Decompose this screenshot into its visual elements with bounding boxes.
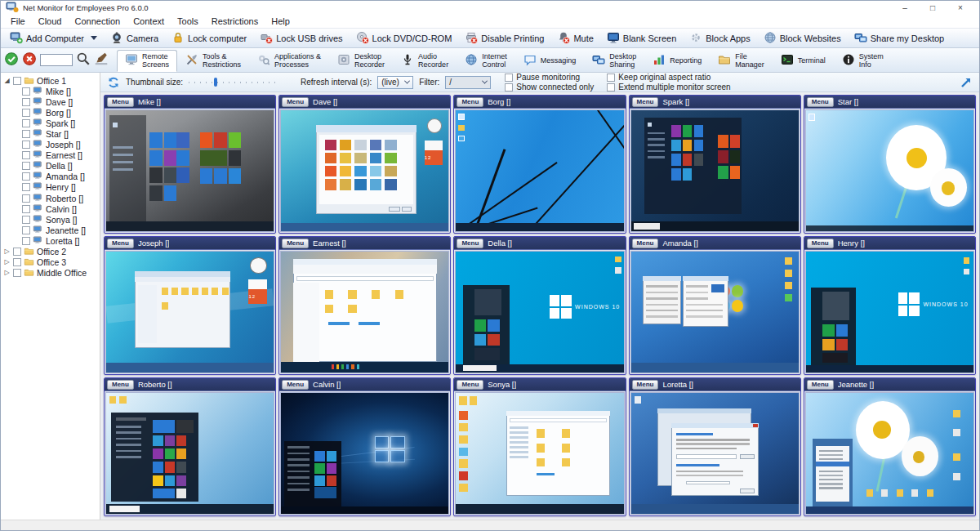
checkbox-box[interactable]: [607, 83, 615, 91]
toolbar-button-lock-dvd-cd-rom[interactable]: Lock DVD/CD-ROM: [350, 30, 459, 47]
checkbox-box[interactable]: [505, 74, 513, 82]
disconnect-button[interactable]: [22, 51, 37, 69]
tree-checkbox[interactable]: [22, 226, 30, 234]
toolbar-button-block-websites[interactable]: Block Websites: [757, 30, 848, 47]
tab-tools-restrictions[interactable]: Tools &Restrictions: [177, 50, 249, 72]
tree-checkbox[interactable]: [22, 205, 30, 213]
tile-menu-button[interactable]: Menu: [282, 97, 309, 107]
tree-checkbox[interactable]: [22, 141, 30, 149]
remote-screen-thumbnail[interactable]: WINDOWS 10: [455, 251, 624, 373]
tree-checkbox[interactable]: [22, 162, 30, 170]
tree-computer-calvin[interactable]: Calvin []: [1, 203, 100, 214]
toolbar-button-lock-computer[interactable]: Lock computer: [165, 30, 253, 47]
remote-screen-thumbnail[interactable]: [630, 251, 800, 373]
tile-menu-button[interactable]: Menu: [107, 380, 134, 390]
checkbox-extend-multiple-monitor-screen[interactable]: Extend multiple monitor screen: [607, 83, 730, 91]
search-input[interactable]: [40, 54, 73, 66]
expand-icon[interactable]: ▷: [3, 248, 11, 255]
remote-screen-thumbnail[interactable]: 12: [105, 251, 274, 373]
tree-checkbox[interactable]: [13, 258, 21, 266]
menu-item-context[interactable]: Context: [127, 16, 171, 26]
tab-desktop-recorder[interactable]: DesktopRecorder: [329, 50, 393, 72]
tab-audio-recorder[interactable]: AudioRecorder: [393, 50, 457, 72]
close-button[interactable]: ×: [947, 3, 974, 12]
annotate-button[interactable]: [94, 51, 109, 69]
collapse-icon[interactable]: ◢: [3, 78, 11, 84]
tree-computer-henry[interactable]: Henry []: [1, 182, 100, 193]
tree-checkbox[interactable]: [22, 183, 30, 191]
remote-screen-thumbnail[interactable]: [630, 392, 800, 515]
tree-checkbox[interactable]: [22, 130, 30, 138]
remote-screen-thumbnail[interactable]: [455, 392, 624, 515]
expand-view-icon[interactable]: [960, 76, 973, 89]
tree-computer-della[interactable]: Della []: [1, 161, 100, 172]
tab-terminal[interactable]: Terminal: [773, 50, 834, 72]
tree-checkbox[interactable]: [22, 237, 30, 245]
remote-screen-thumbnail[interactable]: [805, 109, 974, 232]
tree-checkbox[interactable]: [22, 98, 30, 106]
expand-icon[interactable]: ▷: [3, 259, 11, 266]
tree-group-office-3[interactable]: ▷Office 3: [1, 257, 100, 268]
remote-screen-thumbnail[interactable]: [280, 251, 449, 373]
tree-checkbox[interactable]: [22, 151, 30, 159]
tab-applications-processes[interactable]: Applications &Processes: [249, 50, 329, 72]
tree-checkbox[interactable]: [13, 269, 21, 277]
tile-menu-button[interactable]: Menu: [457, 380, 483, 390]
tab-system-info[interactable]: SystemInfo: [834, 50, 892, 72]
tree-checkbox[interactable]: [22, 172, 30, 181]
filter-select[interactable]: /: [445, 76, 491, 89]
thumbnail-size-slider[interactable]: [189, 77, 280, 87]
tree-computer-joseph[interactable]: Joseph []: [1, 140, 100, 150]
menu-item-help[interactable]: Help: [265, 16, 296, 26]
tree-checkbox[interactable]: [22, 87, 30, 96]
tile-menu-button[interactable]: Menu: [282, 380, 309, 390]
tile-menu-button[interactable]: Menu: [457, 97, 483, 107]
remote-screen-thumbnail[interactable]: [455, 109, 624, 232]
search-button[interactable]: [76, 51, 91, 69]
tile-menu-button[interactable]: Menu: [107, 97, 134, 107]
remote-screen-thumbnail[interactable]: [280, 392, 449, 515]
tab-desktop-sharing[interactable]: DesktopSharing: [584, 50, 644, 72]
checkbox-show-connected-only[interactable]: Show connected only: [505, 83, 594, 91]
checkbox-keep-original-aspect-ratio[interactable]: Keep original aspect ratio: [607, 73, 730, 82]
tree-computer-earnest[interactable]: Earnest []: [1, 150, 100, 161]
tree-checkbox[interactable]: [13, 77, 21, 85]
toolbar-button-block-apps[interactable]: Block Apps: [683, 30, 756, 47]
tile-menu-button[interactable]: Menu: [632, 380, 659, 390]
tree-checkbox[interactable]: [22, 216, 30, 224]
tab-internet-control[interactable]: InternetControl: [457, 50, 515, 72]
toolbar-button-disable-printing[interactable]: Disable Printing: [458, 30, 550, 47]
tree-checkbox[interactable]: [22, 109, 30, 117]
tree-checkbox[interactable]: [22, 194, 30, 203]
toolbar-button-add-computer[interactable]: Add Computer: [3, 30, 104, 47]
menu-item-connection[interactable]: Connection: [68, 16, 127, 26]
expand-icon[interactable]: ▷: [3, 270, 11, 276]
menu-item-cloud[interactable]: Cloud: [32, 16, 69, 26]
checkbox-box[interactable]: [505, 83, 513, 91]
slider-thumb[interactable]: [214, 78, 217, 87]
toolbar-button-mute[interactable]: Mute: [550, 30, 599, 47]
tile-menu-button[interactable]: Menu: [807, 239, 834, 248]
tree-computer-sonya[interactable]: Sonya []: [1, 214, 100, 225]
connect-button[interactable]: [4, 51, 19, 69]
toolbar-button-camera[interactable]: Camera: [104, 30, 165, 47]
tree-computer-spark[interactable]: Spark []: [1, 118, 100, 128]
tree-computer-jeanette[interactable]: Jeanette []: [1, 225, 100, 235]
refresh-icon[interactable]: [107, 76, 120, 89]
tab-remote-screens[interactable]: RemoteScreens: [117, 50, 177, 72]
tab-file-manager[interactable]: FileManager: [710, 50, 773, 72]
tree-computer-amanda[interactable]: Amanda []: [1, 172, 100, 182]
maximize-button[interactable]: □: [919, 3, 947, 12]
tile-menu-button[interactable]: Menu: [807, 97, 834, 107]
toolbar-button-blank-screen[interactable]: Blank Screen: [600, 30, 683, 47]
minimize-button[interactable]: –: [891, 3, 919, 12]
remote-screen-thumbnail[interactable]: [805, 392, 974, 515]
tile-menu-button[interactable]: Menu: [632, 97, 659, 107]
remote-screen-thumbnail[interactable]: [105, 109, 274, 232]
tree-computer-dave[interactable]: Dave []: [1, 96, 100, 107]
toolbar-button-lock-usb-drives[interactable]: Lock USB drives: [253, 30, 349, 47]
tree-checkbox[interactable]: [22, 119, 30, 127]
tile-menu-button[interactable]: Menu: [457, 239, 483, 248]
menu-item-restrictions[interactable]: Restrictions: [205, 16, 265, 26]
remote-screen-thumbnail[interactable]: WINDOWS 10: [805, 251, 974, 373]
